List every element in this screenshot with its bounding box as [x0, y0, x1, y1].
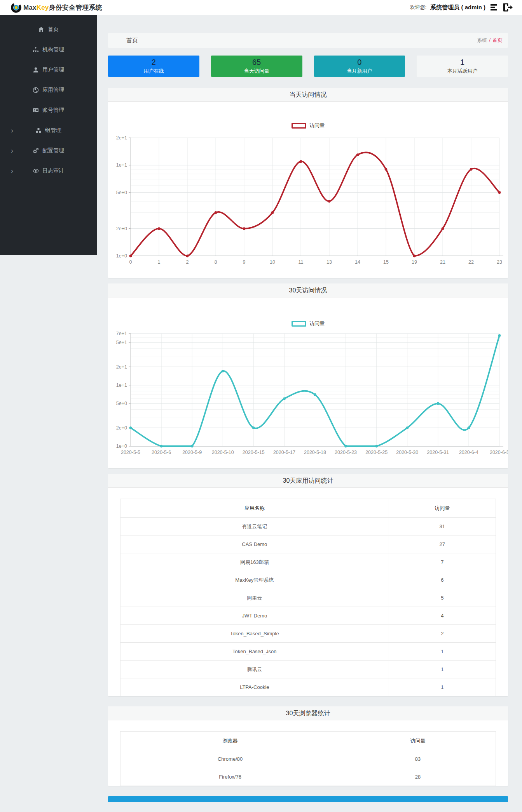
sidebar-item-account[interactable]: 账号管理 [0, 100, 97, 120]
column-header-visits: 访问量 [389, 499, 496, 518]
x-axis-tick-label: 2020-5-23 [335, 450, 357, 455]
sidebar-item-group[interactable]: ›组管理 [0, 120, 97, 141]
data-point [314, 393, 316, 396]
brand: MaxKey身份安全管理系统 [11, 2, 102, 13]
table-cell: 83 [340, 750, 496, 768]
table-cell: 1 [389, 678, 496, 696]
column-header-app-name: 应用名称 [120, 499, 389, 518]
x-axis-tick-label: 2020-5-25 [365, 450, 388, 455]
data-point [129, 426, 132, 429]
table-cell: JWT Demo [120, 607, 389, 625]
eye-icon [33, 168, 39, 174]
y-axis-tick-label: 7e+1 [116, 331, 127, 336]
x-axis-tick-label: 2020-5-18 [304, 450, 326, 455]
browser-stats-table: 浏览器 访问量 Chrome/8083Firefox/7628 [120, 731, 496, 786]
data-point [406, 426, 409, 429]
chevron-right-icon: › [11, 147, 13, 154]
table-row: Chrome/8083 [120, 750, 496, 768]
sidebar-item-label: 应用管理 [42, 87, 64, 94]
sidebar-item-audit[interactable]: ›日志审计 [0, 161, 97, 181]
table-cell: 1 [389, 661, 496, 678]
stat-card-month-new-users: 0 当月新用户 [314, 56, 405, 77]
data-point [252, 426, 255, 429]
legend-label[interactable]: 访问量 [309, 122, 325, 129]
chevron-right-icon: › [11, 167, 13, 174]
panel-today-visits-chart: 当天访问情况 访问量 2e+11e+15e+02e+01e+0012891011… [108, 88, 508, 278]
table-cell: 6 [389, 571, 496, 589]
data-point [436, 402, 439, 405]
legend-label[interactable]: 访问量 [309, 320, 325, 327]
x-axis-tick-label: 2020-6-4 [459, 450, 478, 455]
id-card-icon [33, 107, 39, 113]
y-axis-tick-label: 1e+0 [116, 443, 127, 449]
data-point [215, 211, 217, 214]
table-cell: 1 [389, 643, 496, 661]
stat-card-today-visits: 65 当天访问量 [211, 56, 302, 77]
main-content: 首页 系统 / 首页 2 用户在线 65 当天访问量 0 当月新用户 1 本月活… [108, 15, 508, 802]
x-axis-tick-label: 2020-6-5 [490, 450, 508, 455]
table-cell: Token_Based_Simple [120, 625, 389, 643]
table-cell: Token_Based_Json [120, 643, 389, 661]
menu-list-icon[interactable] [489, 3, 499, 12]
user-icon [33, 67, 39, 73]
table-row: JWT Demo4 [120, 607, 496, 625]
table-row: 腾讯云1 [120, 661, 496, 678]
table-cell: Firefox/76 [120, 768, 340, 786]
x-axis-tick-label: 1 [158, 259, 161, 265]
x-axis-tick-label: 2 [186, 259, 189, 265]
table-row: 网易163邮箱7 [120, 553, 496, 571]
legend-swatch[interactable] [292, 123, 306, 129]
y-axis-tick-label: 2e+1 [116, 364, 127, 370]
table-cell: 阿里云 [120, 589, 389, 607]
data-point [300, 160, 302, 163]
data-point [158, 227, 161, 230]
data-point [243, 227, 246, 230]
table-cell: 有道云笔记 [120, 518, 389, 536]
chevron-right-icon: › [11, 127, 13, 134]
table-cell: 28 [340, 768, 496, 786]
table-cell: LTPA-Cookie [120, 678, 389, 696]
data-point [283, 397, 286, 400]
sidebar-item-org[interactable]: 机构管理 [0, 40, 97, 60]
x-axis-tick-label: 2020-5-6 [152, 450, 171, 455]
sidebar-item-label: 账号管理 [42, 107, 64, 114]
breadcrumb-root[interactable]: 系统 [477, 37, 487, 44]
cubes-icon [35, 127, 42, 134]
sidebar-item-user[interactable]: 用户管理 [0, 60, 97, 80]
column-header-visits: 访问量 [340, 732, 496, 750]
breadcrumb-current[interactable]: 首页 [492, 37, 503, 44]
logout-icon[interactable] [503, 3, 512, 12]
sidebar-item-home[interactable]: 首页 [0, 19, 97, 40]
sidebar: 首页机构管理用户管理应用管理账号管理›组管理›配置管理›日志审计 [0, 15, 97, 255]
table-header-row: 浏览器 访问量 [120, 732, 496, 750]
sidebar-item-app[interactable]: 应用管理 [0, 80, 97, 100]
x-axis-tick-label: 8 [215, 259, 217, 265]
table-cell: 7 [389, 553, 496, 571]
data-point [160, 445, 163, 448]
x-axis-tick-label: 2020-5-30 [396, 450, 418, 455]
stat-label: 本月活跃用户 [417, 68, 508, 75]
panel-30day-app-stats: 30天应用访问统计 应用名称 访问量 有道云笔记31CAS Demo27网易16… [108, 474, 508, 696]
breadcrumb: 首页 系统 / 首页 [108, 33, 508, 48]
x-axis-tick-label: 2020-5-15 [243, 450, 265, 455]
x-axis-tick-label: 13 [326, 259, 332, 265]
data-point [498, 191, 501, 194]
data-point [129, 255, 132, 257]
data-point [468, 426, 470, 429]
stat-card-users-online: 2 用户在线 [108, 56, 199, 77]
home-icon [38, 26, 44, 33]
chart-grid [129, 138, 499, 256]
x-axis-tick-label: 9 [243, 259, 246, 265]
chart-legend: 访问量 [108, 297, 508, 327]
series-line [131, 153, 499, 256]
panel-30day-visits-chart: 30天访问情况 访问量 7e+15e+12e+11e+15e+02e+01e+0… [108, 283, 508, 468]
cogs-icon [33, 148, 39, 154]
y-axis-tick-label: 2e+1 [116, 135, 127, 141]
table-cell: 31 [389, 518, 496, 536]
legend-swatch[interactable] [292, 321, 306, 327]
sidebar-item-config[interactable]: ›配置管理 [0, 141, 97, 161]
sidebar-item-label: 机构管理 [42, 46, 64, 53]
table-row: Firefox/7628 [120, 768, 496, 786]
app-visits-table: 应用名称 访问量 有道云笔记31CAS Demo27网易163邮箱7MaxKey… [120, 499, 496, 696]
y-axis-tick-label: 2e+0 [116, 226, 127, 231]
